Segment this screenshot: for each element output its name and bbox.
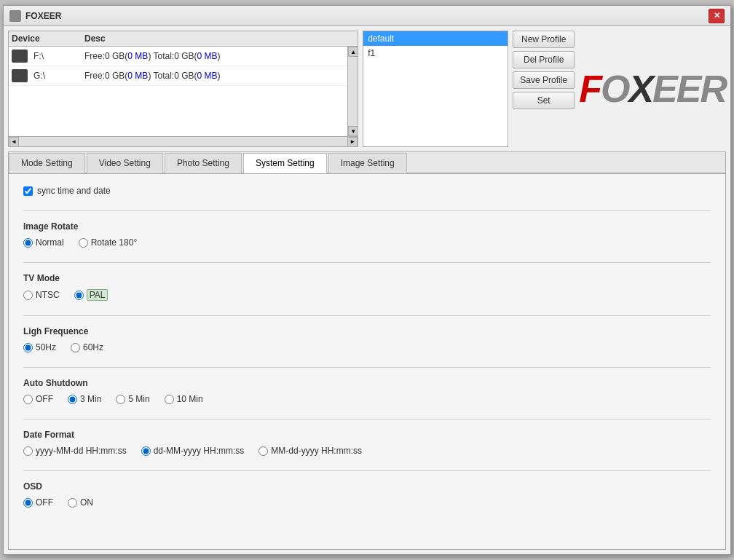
radio-shutdown-10min[interactable] <box>165 395 174 404</box>
radio-shutdown-off-label[interactable]: OFF <box>23 394 53 404</box>
tab-content-system: sync time and date Image Rotate Normal <box>9 174 725 549</box>
device-letter: F:\ <box>33 51 84 61</box>
sync-time-checkbox[interactable] <box>23 186 33 196</box>
radio-shutdown-5min-label[interactable]: 5 Min <box>116 394 149 404</box>
tab-video[interactable]: Video Setting <box>87 153 163 173</box>
radio-ntsc-text: NTSC <box>36 290 60 300</box>
tab-photo[interactable]: Photo Setting <box>165 153 242 173</box>
date-format-group: Date Format yyyy-MM-dd HH:mm:ss dd-MM-yy… <box>23 430 711 456</box>
profile-buttons: New Profile Del Profile Save Profile Set <box>513 31 575 147</box>
tab-mode[interactable]: Mode Setting <box>9 153 85 173</box>
right-panel: default f1 New Profile Del Profile Save … <box>363 31 726 147</box>
device-table-header: Device Desc <box>9 31 358 47</box>
image-rotate-options: Normal Rotate 180° <box>23 237 711 248</box>
profiles-list[interactable]: default f1 <box>363 31 508 147</box>
radio-date-dmy-text: dd-MM-yyyy HH:mm:ss <box>154 446 245 456</box>
radio-pal-text: PAL <box>87 289 108 301</box>
radio-date-mdy[interactable] <box>259 446 268 456</box>
radio-rotate180-text: Rotate 180° <box>91 237 138 248</box>
radio-50hz-text: 50Hz <box>36 342 56 352</box>
profile-item-default[interactable]: default <box>363 31 508 46</box>
scroll-up-btn[interactable]: ▲ <box>348 47 358 57</box>
osd-options: OFF ON <box>23 497 711 508</box>
radio-60hz[interactable] <box>71 343 80 352</box>
divider-5 <box>23 419 711 419</box>
radio-osd-on-text: ON <box>80 497 93 508</box>
radio-normal[interactable] <box>23 238 33 248</box>
radio-date-dmy[interactable] <box>141 446 151 456</box>
tab-system[interactable]: System Setting <box>243 153 327 173</box>
auto-shutdown-group: Auto Shutdown OFF 3 Min 5 Min <box>23 378 711 404</box>
ligh-freq-group: Ligh Frequence 50Hz 60Hz <box>23 326 711 352</box>
image-rotate-group: Image Rotate Normal Rotate 180° <box>23 221 711 248</box>
radio-shutdown-3min[interactable] <box>68 395 77 404</box>
scroll-left-btn[interactable]: ◄ <box>9 137 19 147</box>
device-desc: Free:0 GB(0 MB) Total:0 GB(0 MB) <box>84 51 344 61</box>
hscroll-track <box>19 137 347 147</box>
tv-mode-group: TV Mode NTSC PAL <box>23 273 711 301</box>
radio-osd-off-text: OFF <box>36 497 53 508</box>
radio-shutdown-off[interactable] <box>23 395 33 404</box>
image-rotate-label: Image Rotate <box>23 221 711 232</box>
radio-date-ymd[interactable] <box>23 446 33 456</box>
radio-rotate180-label[interactable]: Rotate 180° <box>79 237 138 248</box>
radio-ntsc[interactable] <box>23 291 33 300</box>
radio-date-ymd-label[interactable]: yyyy-MM-dd HH:mm:ss <box>23 446 127 456</box>
table-row[interactable]: G:\ Free:0 GB(0 MB) Total:0 GB(0 MB) <box>9 66 347 86</box>
main-content: Device Desc F:\ Free:0 GB(0 MB) Total:0 … <box>4 26 730 554</box>
device-desc: Free:0 GB(0 MB) Total:0 GB(0 MB) <box>84 71 344 81</box>
title-bar: FOXEER ✕ <box>4 6 730 26</box>
radio-pal-label[interactable]: PAL <box>74 289 108 301</box>
radio-osd-on[interactable] <box>68 498 77 508</box>
close-button[interactable]: ✕ <box>709 9 725 23</box>
profile-item-f1[interactable]: f1 <box>363 46 508 60</box>
logo-area: FOXEER <box>579 31 726 147</box>
sync-time-label[interactable]: sync time and date <box>23 186 711 196</box>
date-format-options: yyyy-MM-dd HH:mm:ss dd-MM-yyyy HH:mm:ss … <box>23 446 711 456</box>
tv-mode-label: TV Mode <box>23 273 711 283</box>
foxeer-logo: FOXEER <box>579 67 726 111</box>
tabs-section: Mode Setting Video Setting Photo Setting… <box>8 151 726 550</box>
drive-icon <box>12 50 28 63</box>
drive-icon <box>12 69 28 82</box>
radio-50hz-label[interactable]: 50Hz <box>23 342 56 352</box>
new-profile-button[interactable]: New Profile <box>513 31 575 48</box>
radio-shutdown-3min-text: 3 Min <box>80 394 101 404</box>
horizontal-scrollbar[interactable]: ◄ ► <box>9 136 358 146</box>
radio-osd-off-label[interactable]: OFF <box>23 497 53 508</box>
divider-3 <box>23 315 711 316</box>
radio-date-mdy-label[interactable]: MM-dd-yyyy HH:mm:ss <box>259 446 362 456</box>
radio-shutdown-10min-label[interactable]: 10 Min <box>165 394 203 404</box>
top-section: Device Desc F:\ Free:0 GB(0 MB) Total:0 … <box>8 31 726 147</box>
radio-60hz-label[interactable]: 60Hz <box>71 342 103 352</box>
divider-6 <box>23 470 711 471</box>
divider-2 <box>23 262 711 263</box>
scroll-right-btn[interactable]: ► <box>347 137 358 147</box>
radio-rotate180[interactable] <box>79 238 88 248</box>
radio-shutdown-3min-label[interactable]: 3 Min <box>68 394 101 404</box>
radio-normal-text: Normal <box>36 237 64 248</box>
scroll-track <box>348 57 358 126</box>
tab-image[interactable]: Image Setting <box>328 153 407 173</box>
table-row[interactable]: F:\ Free:0 GB(0 MB) Total:0 GB(0 MB) <box>9 47 347 66</box>
save-profile-button[interactable]: Save Profile <box>513 71 575 89</box>
radio-normal-label[interactable]: Normal <box>23 237 64 248</box>
radio-60hz-text: 60Hz <box>83 342 103 352</box>
sync-time-text: sync time and date <box>37 186 111 196</box>
radio-date-ymd-text: yyyy-MM-dd HH:mm:ss <box>36 446 127 456</box>
auto-shutdown-options: OFF 3 Min 5 Min 10 Min <box>23 394 711 404</box>
radio-50hz[interactable] <box>23 343 33 352</box>
radio-pal[interactable] <box>74 291 84 300</box>
radio-osd-off[interactable] <box>23 498 33 508</box>
scroll-down-btn[interactable]: ▼ <box>348 126 358 136</box>
del-profile-button[interactable]: Del Profile <box>513 51 575 68</box>
sync-time-group: sync time and date <box>23 186 711 196</box>
radio-date-dmy-label[interactable]: dd-MM-yyyy HH:mm:ss <box>141 446 245 456</box>
radio-osd-on-label[interactable]: ON <box>68 497 93 508</box>
radio-ntsc-label[interactable]: NTSC <box>23 290 60 300</box>
set-button[interactable]: Set <box>513 92 575 109</box>
vertical-scrollbar[interactable]: ▲ ▼ <box>347 47 358 136</box>
ligh-freq-options: 50Hz 60Hz <box>23 342 711 352</box>
radio-shutdown-5min[interactable] <box>116 395 125 404</box>
main-window: FOXEER ✕ Device Desc F:\ <box>3 5 731 555</box>
